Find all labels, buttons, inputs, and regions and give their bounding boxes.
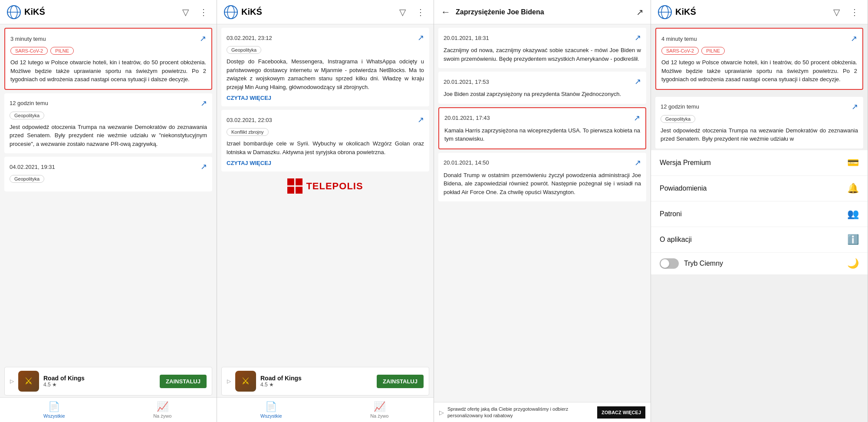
menu-item-notifications[interactable]: Powiadomienia 🔔 <box>651 176 868 201</box>
tag-geopolityka-2-1[interactable]: Geopolityka <box>227 46 261 54</box>
share-icon-1-2[interactable]: ↗ <box>201 99 207 108</box>
logo-icon-4 <box>658 5 672 19</box>
header-icons-2: ▽ ⋮ <box>398 5 427 19</box>
nav-wszystkie-2[interactable]: 📄 Wszystkie <box>217 398 326 422</box>
detail-text-4: Donald Trump w ostatnim przemówieniu życ… <box>444 171 641 197</box>
nav-wszystkie-icon-1: 📄 <box>48 401 60 412</box>
telepolis-watermark: TELEPOLIS <box>217 175 434 197</box>
back-button[interactable]: ← <box>441 7 450 18</box>
detail-article-3: 20.01.2021, 17:43 ↗ Kamala Harris zaprzy… <box>438 107 646 149</box>
article-card-4-2: 12 godzin temu ↗ Geopolityka Jest odpowi… <box>655 97 863 148</box>
filter-button-1[interactable]: ▽ <box>181 5 191 19</box>
tag-sarscov2-1[interactable]: SARS-CoV-2 <box>10 47 48 55</box>
moon-icon: 🌙 <box>847 258 859 269</box>
header-panel4: KiKŚ ▽ ⋮ <box>651 0 868 24</box>
app-title-2: KiKŚ <box>241 7 398 17</box>
share-icon-2-2[interactable]: ↗ <box>418 115 424 125</box>
article-time-4-1: 4 minuty temu <box>661 36 697 42</box>
detail-share-4[interactable]: ↗ <box>635 158 641 168</box>
app-title-1: KiKŚ <box>24 7 181 17</box>
article-meta-4-1: 4 minuty temu ↗ <box>661 34 857 43</box>
bottom-nav-1: 📄 Wszystkie 📈 Na żywo <box>0 397 217 422</box>
more-button-1[interactable]: ⋮ <box>197 5 210 19</box>
share-icon-1-1[interactable]: ↗ <box>200 34 206 43</box>
more-button-2[interactable]: ⋮ <box>414 5 427 19</box>
ad-install-btn-1[interactable]: ZAINSTALUJ <box>160 375 207 388</box>
tag-geopolityka-1[interactable]: Geopolityka <box>10 112 44 119</box>
header-icons-1: ▽ ⋮ <box>181 5 210 19</box>
tags-1-2: Geopolityka <box>10 112 207 119</box>
nav-wszystkie-icon-2: 📄 <box>265 401 277 412</box>
ad-dismiss-1[interactable]: ▷ <box>10 378 14 384</box>
menu-item-patrons[interactable]: Patroni 👥 <box>651 201 868 227</box>
dark-mode-toggle[interactable] <box>660 258 679 269</box>
read-more-2-1[interactable]: CZYTAJ WIĘCEJ <box>227 95 424 101</box>
share-icon-4-1[interactable]: ↗ <box>851 34 857 43</box>
article-card-1-3: 04.02.2021, 19:31 ↗ Geopolityka <box>4 157 212 191</box>
menu-item-notifications-label: Powiadomienia <box>660 185 847 192</box>
article-text-4-1: Od 12 lutego w Polsce otwarcie hoteli, k… <box>661 58 857 84</box>
detail-share-3[interactable]: ↗ <box>634 113 640 123</box>
ad-banner-2: ▷ ⚔ Road of Kings 4.5 ★ ZAINSTALUJ <box>221 367 429 396</box>
nav-nazywo-icon-2: 📈 <box>374 401 385 412</box>
tag-geopolityka-4[interactable]: Geopolityka <box>661 115 695 123</box>
share-button-detail[interactable]: ↗ <box>636 7 644 17</box>
panel-1: KiKŚ ▽ ⋮ 3 minuty temu ↗ SARS-CoV-2 PILN… <box>0 0 217 422</box>
detail-share-1[interactable]: ↗ <box>635 33 641 43</box>
more-button-4[interactable]: ⋮ <box>848 5 861 19</box>
ad-rating-2: 4.5 ★ <box>260 382 372 388</box>
article-text-1-1: Od 12 lutego w Polsce otwarcie hoteli, k… <box>10 58 206 84</box>
scroll-area-1: 3 minuty temu ↗ SARS-CoV-2 PILNE Od 12 l… <box>0 24 217 365</box>
read-more-2-2[interactable]: CZYTAJ WIĘCEJ <box>227 160 424 166</box>
tags-4-2: Geopolityka <box>661 115 858 123</box>
tag-pilne-1[interactable]: PILNE <box>50 47 74 55</box>
nav-nazywo-2[interactable]: 📈 Na żywo <box>326 398 434 422</box>
article-meta-2-1: 03.02.2021, 23:12 ↗ <box>227 33 424 43</box>
tag-konflikt-2[interactable]: Konflikt zbrojny <box>227 128 269 136</box>
tags-2-1: Geopolityka <box>227 46 424 54</box>
article-meta-4-2: 12 godzin temu ↗ <box>661 102 858 112</box>
ad-dismiss-2[interactable]: ▷ <box>227 378 231 384</box>
scroll-area-3: 20.01.2021, 18:31 ↗ Zacznijmy od nowa, z… <box>434 24 651 402</box>
article-time-2-2: 03.02.2021, 22:03 <box>227 117 272 123</box>
article-time-1-1: 3 minuty temu <box>10 36 46 42</box>
article-card-1-1: 3 minuty temu ↗ SARS-CoV-2 PILNE Od 12 l… <box>4 28 212 90</box>
promo-text: Sprawdź ofertę jaką dla Ciebie przygotow… <box>447 406 594 419</box>
tag-sarscov2-4[interactable]: SARS-CoV-2 <box>661 47 699 55</box>
ad-info-1: Road of Kings 4.5 ★ <box>43 375 155 388</box>
menu-item-patrons-label: Patroni <box>660 210 847 218</box>
menu-item-about-label: O aplikacji <box>660 236 847 244</box>
logo-icon-2 <box>224 5 238 19</box>
ad-banner-1: ▷ ⚔ Road of Kings 4.5 ★ ZAINSTALUJ <box>4 367 212 396</box>
detail-share-2[interactable]: ↗ <box>635 77 641 86</box>
promo-button[interactable]: ZOBACZ WIĘCEJ <box>597 406 645 419</box>
ad-install-btn-2[interactable]: ZAINSTALUJ <box>377 375 424 388</box>
article-text-1-2: Jest odpowiedź otoczenia Trumpa na wezwa… <box>10 123 207 148</box>
bottom-nav-2: 📄 Wszystkie 📈 Na żywo <box>217 397 434 422</box>
detail-article-1: 20.01.2021, 18:31 ↗ Zacznijmy od nowa, z… <box>438 28 646 68</box>
nav-wszystkie-label-1: Wszystkie <box>43 413 65 419</box>
ad-game-icon-2: ⚔ <box>235 371 256 392</box>
nav-nazywo-1[interactable]: 📈 Na żywo <box>108 398 217 422</box>
nav-wszystkie-1[interactable]: 📄 Wszystkie <box>0 398 108 422</box>
share-icon-2-1[interactable]: ↗ <box>418 33 424 43</box>
menu-item-patrons-icon: 👥 <box>847 208 859 220</box>
article-time-4-2: 12 godzin temu <box>661 103 699 110</box>
scroll-area-2: 03.02.2021, 23:12 ↗ Geopolityka Dostęp d… <box>217 24 434 365</box>
menu-item-premium-icon: 💳 <box>847 157 859 168</box>
article-meta-2-2: 03.02.2021, 22:03 ↗ <box>227 115 424 125</box>
share-icon-1-3[interactable]: ↗ <box>201 162 207 171</box>
header-panel1: KiKŚ ▽ ⋮ <box>0 0 217 24</box>
menu-item-about[interactable]: O aplikacji ℹ️ <box>651 227 868 253</box>
menu-item-premium[interactable]: Wersja Premium 💳 <box>651 150 868 176</box>
promo-dismiss[interactable]: ▷ <box>439 409 444 416</box>
filter-button-4[interactable]: ▽ <box>832 5 842 19</box>
tag-pilne-4[interactable]: PILNE <box>701 47 725 55</box>
telepolis-text: TELEPOLIS <box>306 181 363 192</box>
share-icon-4-2[interactable]: ↗ <box>852 102 858 112</box>
panel-2: KiKŚ ▽ ⋮ 03.02.2021, 23:12 ↗ Geopolityka… <box>217 0 434 422</box>
tele-sq-2 <box>296 178 302 185</box>
filter-button-2[interactable]: ▽ <box>398 5 408 19</box>
detail-time-4: 20.01.2021, 14:50 <box>444 159 489 166</box>
detail-meta-1: 20.01.2021, 18:31 ↗ <box>444 33 641 43</box>
